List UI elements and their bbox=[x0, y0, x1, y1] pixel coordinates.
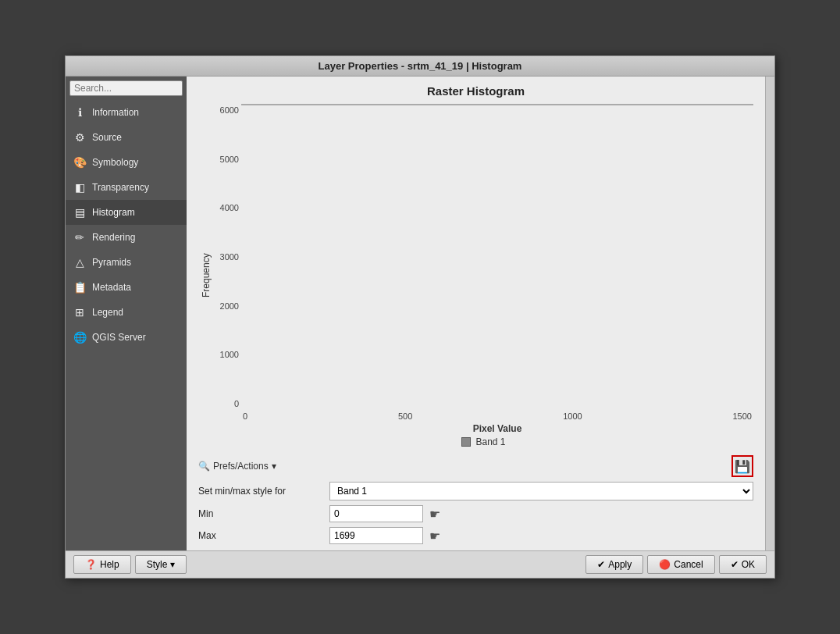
content-area: Raster Histogram Frequency 6000 5000 400… bbox=[187, 77, 765, 550]
sidebar-item-label-pyramids: Pyramids bbox=[92, 257, 131, 268]
pyramids-icon: △ bbox=[72, 255, 87, 270]
symbology-icon: 🎨 bbox=[72, 155, 87, 170]
sidebar-item-label-information: Information bbox=[92, 107, 139, 118]
sidebar-item-histogram[interactable]: ▤Histogram bbox=[66, 200, 187, 225]
sidebar-items: ℹInformation⚙Source🎨Symbology◧Transparen… bbox=[66, 100, 187, 550]
max-row: Max ☛ bbox=[198, 527, 753, 544]
y-tick-5000: 5000 bbox=[212, 155, 241, 164]
rendering-icon: ✏ bbox=[72, 230, 87, 245]
sidebar-item-transparency[interactable]: ◧Transparency bbox=[66, 175, 187, 200]
sidebar-item-pyramids[interactable]: △Pyramids bbox=[66, 250, 187, 275]
x-tick-500: 500 bbox=[398, 411, 412, 421]
help-button[interactable]: ❓ Help bbox=[73, 555, 131, 574]
sidebar-item-label-symbology: Symbology bbox=[92, 157, 138, 168]
ok-button[interactable]: ✔ OK bbox=[719, 555, 767, 574]
y-tick-6000: 6000 bbox=[212, 105, 241, 115]
sidebar-item-source[interactable]: ⚙Source bbox=[66, 125, 187, 150]
ok-icon: ✔ bbox=[731, 559, 739, 570]
min-row: Min ☛ bbox=[198, 505, 753, 522]
cancel-button[interactable]: 🔴 Cancel bbox=[647, 555, 714, 574]
qgis-server-icon: 🌐 bbox=[72, 329, 87, 345]
y-tick-1000: 1000 bbox=[212, 350, 241, 359]
bottom-right-buttons: ✔ Apply 🔴 Cancel ✔ OK bbox=[586, 555, 767, 574]
ok-label: OK bbox=[742, 559, 755, 570]
search-input[interactable] bbox=[69, 80, 183, 96]
style-button[interactable]: Style ▾ bbox=[135, 555, 187, 574]
min-label: Min bbox=[198, 508, 323, 519]
legend-icon: ⊞ bbox=[72, 305, 87, 320]
sidebar-item-label-qgis-server: QGIS Server bbox=[92, 332, 146, 343]
titlebar: Layer Properties - srtm_41_19 | Histogra… bbox=[66, 56, 774, 77]
sidebar-item-rendering[interactable]: ✏Rendering bbox=[66, 225, 187, 250]
prefs-row: 🔍 Prefs/Actions ▾ 💾 bbox=[198, 455, 753, 477]
search-bar bbox=[66, 77, 187, 100]
legend-label: Band 1 bbox=[475, 436, 505, 447]
sidebar-item-label-transparency: Transparency bbox=[92, 182, 149, 193]
sidebar-item-legend[interactable]: ⊞Legend bbox=[66, 300, 187, 325]
bottom-left-buttons: ❓ Help Style ▾ bbox=[73, 555, 187, 574]
cancel-label: Cancel bbox=[674, 559, 703, 570]
min-arrow-button[interactable]: ☛ bbox=[429, 507, 440, 522]
band-select[interactable]: Band 1 Band 2 Band 3 bbox=[329, 482, 753, 500]
sidebar-item-label-source: Source bbox=[92, 132, 122, 143]
apply-button[interactable]: ✔ Apply bbox=[586, 555, 643, 574]
band-select-row: Set min/max style for Band 1 Band 2 Band… bbox=[198, 482, 753, 500]
sidebar-item-information[interactable]: ℹInformation bbox=[66, 100, 187, 125]
sidebar-item-label-metadata: Metadata bbox=[92, 282, 131, 293]
metadata-icon: 📋 bbox=[72, 280, 87, 295]
sidebar-item-label-legend: Legend bbox=[92, 307, 123, 318]
legend: Band 1 bbox=[214, 436, 753, 447]
help-label: Help bbox=[100, 559, 119, 570]
cancel-icon: 🔴 bbox=[659, 559, 671, 570]
x-tick-0: 0 bbox=[243, 411, 247, 421]
prefs-icon: 🔍 bbox=[198, 461, 210, 472]
controls-area: 🔍 Prefs/Actions ▾ 💾 Set min/max style fo… bbox=[187, 451, 765, 550]
histogram-icon: ▤ bbox=[72, 205, 87, 220]
main-window: Layer Properties - srtm_41_19 | Histogra… bbox=[65, 55, 775, 579]
sidebar-item-symbology[interactable]: 🎨Symbology bbox=[66, 150, 187, 175]
save-icon: 💾 bbox=[735, 459, 750, 474]
sidebar-item-metadata[interactable]: 📋Metadata bbox=[66, 275, 187, 300]
sidebar-item-label-rendering: Rendering bbox=[92, 232, 135, 243]
apply-check-icon: ✔ bbox=[597, 559, 605, 570]
min-input[interactable] bbox=[329, 505, 423, 522]
chart-title: Raster Histogram bbox=[198, 84, 753, 98]
save-button[interactable]: 💾 bbox=[731, 455, 753, 477]
prefs-label: Prefs/Actions bbox=[213, 461, 269, 472]
x-axis-label: Pixel Value bbox=[241, 423, 753, 434]
max-label: Max bbox=[198, 530, 323, 541]
apply-label: Apply bbox=[608, 559, 632, 570]
max-arrow-button[interactable]: ☛ bbox=[429, 529, 440, 543]
chart-container: Frequency 6000 5000 4000 3000 2000 1000 bbox=[198, 104, 753, 447]
y-tick-3000: 3000 bbox=[212, 252, 241, 262]
sidebar-item-label-histogram: Histogram bbox=[92, 207, 135, 218]
histogram-area: Raster Histogram Frequency 6000 5000 400… bbox=[187, 77, 765, 451]
prefs-arrow: ▾ bbox=[272, 461, 276, 472]
sidebar: ℹInformation⚙Source🎨Symbology◧Transparen… bbox=[66, 77, 187, 550]
style-label: Style bbox=[147, 559, 168, 570]
scrollbar[interactable] bbox=[765, 77, 774, 550]
x-tick-1000: 1000 bbox=[563, 411, 582, 421]
window-title: Layer Properties - srtm_41_19 | Histogra… bbox=[319, 60, 522, 72]
sidebar-item-qgis-server[interactable]: 🌐QGIS Server bbox=[66, 325, 187, 350]
legend-box bbox=[461, 437, 471, 447]
y-tick-2000: 2000 bbox=[212, 301, 241, 311]
y-tick-0: 0 bbox=[212, 399, 241, 408]
source-icon: ⚙ bbox=[72, 130, 87, 145]
max-input[interactable] bbox=[329, 527, 423, 544]
set-min-max-label: Set min/max style for bbox=[198, 486, 323, 497]
x-tick-1500: 1500 bbox=[733, 411, 752, 421]
transparency-icon: ◧ bbox=[72, 180, 87, 195]
prefs-link[interactable]: 🔍 Prefs/Actions ▾ bbox=[198, 461, 276, 472]
chart-grid bbox=[241, 104, 753, 105]
information-icon: ℹ bbox=[72, 105, 87, 120]
bottom-bar: ❓ Help Style ▾ ✔ Apply 🔴 Cancel ✔ OK bbox=[66, 550, 774, 578]
help-icon: ❓ bbox=[85, 559, 97, 570]
y-tick-4000: 4000 bbox=[212, 203, 241, 212]
style-arrow: ▾ bbox=[170, 559, 175, 570]
